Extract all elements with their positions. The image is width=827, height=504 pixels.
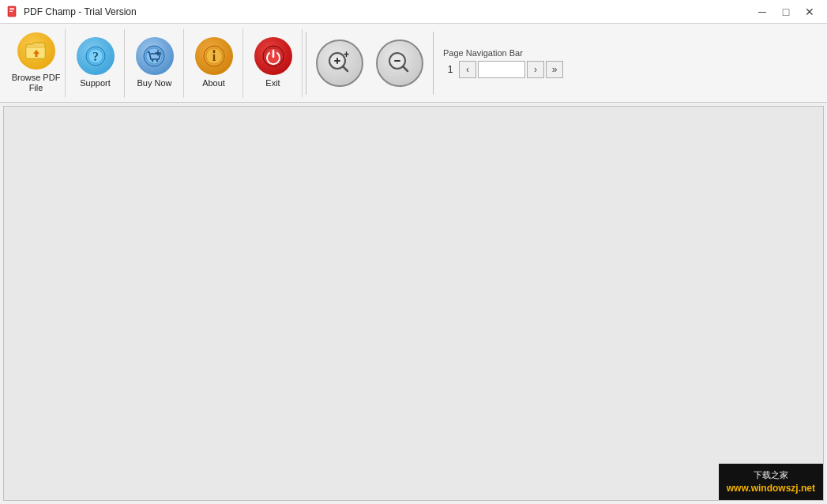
svg-rect-5 [35, 54, 37, 57]
svg-text:?: ? [92, 50, 99, 63]
browse-icon [17, 32, 55, 70]
exit-label: Exit [265, 78, 280, 88]
about-icon: i [195, 37, 233, 75]
browse-pdf-button[interactable]: Browse PDF File [6, 28, 66, 98]
svg-point-11 [151, 60, 152, 62]
svg-point-18 [212, 50, 215, 52]
browse-label: Browse PDF File [10, 73, 62, 93]
content-area: 下载之家 www.windowszj.net [3, 106, 824, 501]
exit-icon [254, 37, 292, 75]
watermark-line2: www.windowszj.net [727, 481, 815, 495]
page-number-input[interactable] [478, 61, 525, 78]
exit-button[interactable]: Exit [243, 28, 303, 98]
svg-line-25 [343, 66, 348, 71]
buynow-icon [136, 37, 174, 75]
support-label: Support [80, 78, 111, 88]
svg-point-12 [156, 60, 157, 62]
minimize-button[interactable]: ─ [751, 3, 773, 21]
about-label: About [202, 78, 225, 88]
toolbar-separator [306, 32, 306, 95]
page-number-display: 1 [443, 64, 457, 75]
zoom-out-button[interactable] [376, 39, 423, 87]
window-title: PDF Champ - Trial Version [24, 6, 137, 17]
svg-line-30 [403, 66, 408, 71]
svg-rect-3 [9, 11, 13, 12]
next-next-page-button[interactable]: » [546, 61, 563, 78]
next-page-button[interactable]: › [527, 61, 544, 78]
svg-text:+: + [344, 50, 349, 60]
maximize-button[interactable]: □ [775, 3, 797, 21]
svg-rect-1 [9, 8, 14, 9]
svg-rect-2 [9, 9, 14, 10]
buynow-label: Buy Now [137, 78, 171, 88]
toolbar-separator-2 [433, 32, 434, 95]
prev-prev-page-button[interactable]: ‹ [459, 61, 476, 78]
nav-controls: 1 ‹ › » [443, 61, 563, 78]
support-button[interactable]: ? Support [66, 28, 125, 98]
title-bar: PDF Champ - Trial Version ─ □ ✕ [0, 0, 827, 24]
page-navigation-bar: Page Navigation Bar 1 ‹ › » [443, 48, 563, 78]
app-icon [6, 6, 19, 18]
zoom-in-button[interactable]: + [316, 39, 363, 87]
support-icon: ? [77, 37, 115, 75]
title-bar-controls: ─ □ ✕ [751, 3, 821, 21]
about-button[interactable]: i About [184, 28, 243, 98]
close-button[interactable]: ✕ [799, 3, 821, 21]
title-bar-left: PDF Champ - Trial Version [6, 6, 137, 18]
toolbar: Browse PDF File ? Support [0, 24, 827, 103]
buynow-button[interactable]: Buy Now [125, 28, 184, 98]
watermark-line1: 下载之家 [727, 468, 815, 482]
nav-bar-label: Page Navigation Bar [443, 48, 563, 58]
watermark: 下载之家 www.windowszj.net [719, 464, 823, 501]
